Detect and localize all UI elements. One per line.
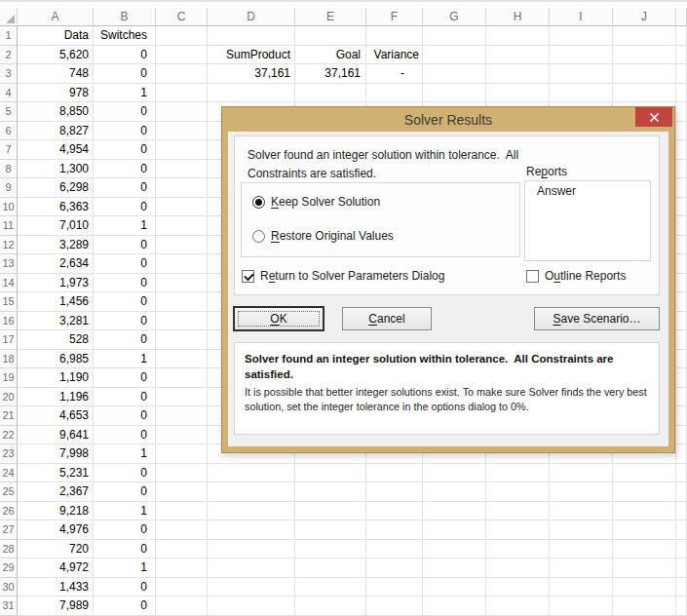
cell-J4[interactable]: [613, 84, 676, 103]
cell-A14[interactable]: 1,973: [18, 274, 94, 293]
cell-I25[interactable]: [550, 482, 613, 502]
cell-B12[interactable]: 0: [94, 236, 156, 255]
row-header-5[interactable]: 5: [0, 102, 18, 122]
cell-I3[interactable]: [550, 64, 613, 84]
column-header-H[interactable]: H: [486, 8, 550, 26]
cell-C26[interactable]: [156, 502, 208, 521]
cell-B1[interactable]: Switches: [94, 26, 156, 46]
cancel-button[interactable]: Cancel: [342, 307, 432, 330]
row-header-27[interactable]: 27: [0, 520, 18, 540]
cell-H24[interactable]: [486, 464, 550, 483]
cell-G2[interactable]: [423, 46, 486, 65]
row-header-6[interactable]: 6: [0, 122, 18, 141]
cell-C31[interactable]: [156, 597, 208, 616]
cell-C29[interactable]: [156, 558, 208, 578]
cell-I26[interactable]: [550, 502, 613, 521]
dialog-titlebar[interactable]: Solver Results: [222, 107, 674, 132]
cell-B14[interactable]: 0: [94, 274, 156, 293]
cell-B20[interactable]: 0: [94, 388, 156, 407]
cell-E31[interactable]: [295, 597, 366, 616]
cell-A16[interactable]: 3,281: [18, 312, 94, 331]
cell-D2[interactable]: SumProduct: [208, 46, 295, 65]
cell-B21[interactable]: 0: [94, 406, 156, 426]
cell-G25[interactable]: [423, 482, 486, 502]
cell-F24[interactable]: [366, 464, 423, 483]
cell-I28[interactable]: [550, 540, 613, 559]
row-header-2[interactable]: 2: [0, 46, 18, 65]
cell-B6[interactable]: 0: [94, 122, 156, 141]
cell-B10[interactable]: 0: [94, 198, 156, 217]
cell-A20[interactable]: 1,196: [18, 388, 94, 407]
radio-selected-icon[interactable]: [252, 196, 265, 209]
cell-I29[interactable]: [550, 558, 613, 578]
cell-B31[interactable]: 0: [94, 597, 156, 616]
cell-J25[interactable]: [613, 482, 676, 502]
cell-J30[interactable]: [613, 578, 676, 597]
cell-I24[interactable]: [550, 464, 613, 483]
cell-H25[interactable]: [486, 482, 550, 502]
cell-J31[interactable]: [613, 597, 676, 616]
cell-A13[interactable]: 2,634: [18, 254, 94, 274]
cell-C27[interactable]: [156, 520, 208, 540]
row-header-23[interactable]: 23: [0, 444, 18, 464]
cell-B23[interactable]: 1: [94, 444, 156, 464]
cell-A21[interactable]: 4,653: [18, 406, 94, 426]
cell-E4[interactable]: [295, 84, 366, 103]
cell-B13[interactable]: 0: [94, 254, 156, 274]
cell-J28[interactable]: [613, 540, 676, 559]
cell-A6[interactable]: 8,827: [18, 122, 94, 141]
radio-unselected-icon[interactable]: [252, 230, 265, 243]
cell-E27[interactable]: [295, 520, 366, 540]
cell-G31[interactable]: [423, 597, 486, 616]
column-header-E[interactable]: E: [295, 8, 366, 26]
cell-C6[interactable]: [156, 122, 208, 141]
cell-B11[interactable]: 1: [94, 216, 156, 236]
cell-H3[interactable]: [486, 64, 550, 84]
row-header-19[interactable]: 19: [0, 368, 18, 388]
cell-G27[interactable]: [423, 520, 486, 540]
column-header-G[interactable]: G: [423, 8, 486, 26]
cell-C20[interactable]: [156, 388, 208, 407]
cell-B17[interactable]: 0: [94, 330, 156, 350]
row-header-20[interactable]: 20: [0, 388, 18, 407]
close-button[interactable]: [635, 107, 672, 127]
cell-C13[interactable]: [156, 254, 208, 274]
reports-list-item[interactable]: Answer: [525, 181, 650, 198]
checkbox-unchecked-icon[interactable]: [526, 270, 539, 283]
cell-A9[interactable]: 6,298: [18, 178, 94, 198]
row-header-26[interactable]: 26: [0, 502, 18, 521]
cell-B30[interactable]: 0: [94, 578, 156, 597]
cell-I1[interactable]: [550, 26, 613, 46]
row-header-22[interactable]: 22: [0, 426, 18, 445]
cell-B25[interactable]: 0: [94, 482, 156, 502]
cell-I4[interactable]: [550, 84, 613, 103]
cell-G29[interactable]: [423, 558, 486, 578]
cell-F1[interactable]: [366, 26, 423, 46]
column-header-D[interactable]: D: [208, 8, 295, 26]
cell-A18[interactable]: 6,985: [18, 350, 94, 369]
cell-F25[interactable]: [366, 482, 423, 502]
cell-B4[interactable]: 1: [94, 84, 156, 103]
cell-A27[interactable]: 4,976: [18, 520, 94, 540]
cell-E30[interactable]: [295, 578, 366, 597]
row-header-15[interactable]: 15: [0, 292, 18, 312]
cell-B16[interactable]: 0: [94, 312, 156, 331]
row-header-14[interactable]: 14: [0, 274, 18, 293]
row-header-28[interactable]: 28: [0, 540, 18, 559]
cell-C18[interactable]: [156, 350, 208, 369]
keep-solver-solution-option[interactable]: Keep Solver Solution: [252, 195, 380, 209]
cell-C23[interactable]: [156, 444, 208, 464]
cell-A2[interactable]: 5,620: [18, 46, 94, 65]
return-to-parameters-checkbox[interactable]: Return to Solver Parameters Dialog: [242, 269, 444, 283]
cell-G4[interactable]: [423, 84, 486, 103]
cell-A19[interactable]: 1,190: [18, 368, 94, 388]
cell-E29[interactable]: [295, 558, 366, 578]
cell-A22[interactable]: 9,641: [18, 426, 94, 445]
cell-H4[interactable]: [486, 84, 550, 103]
row-header-31[interactable]: 31: [0, 597, 18, 616]
cell-C15[interactable]: [156, 292, 208, 312]
cell-A8[interactable]: 1,300: [18, 160, 94, 179]
row-header-1[interactable]: 1: [0, 26, 18, 46]
cell-H27[interactable]: [486, 520, 550, 540]
row-header-25[interactable]: 25: [0, 482, 18, 502]
